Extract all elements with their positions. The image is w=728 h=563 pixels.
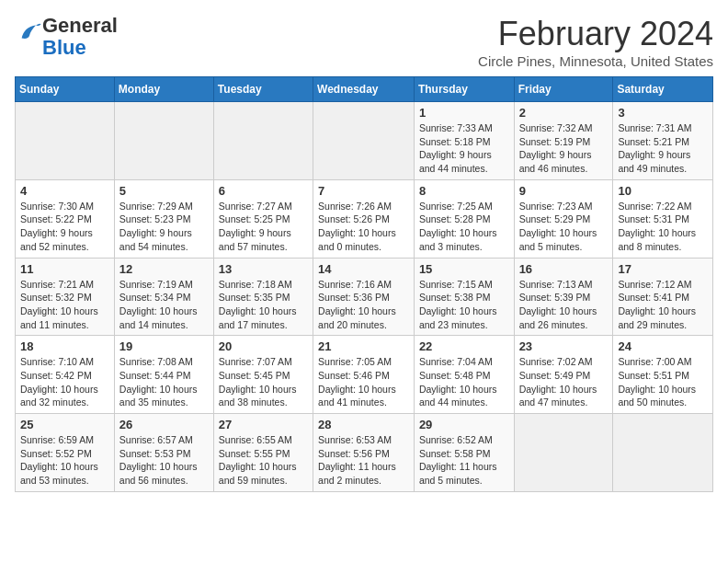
calendar-cell: 27Sunrise: 6:55 AM Sunset: 5:55 PM Dayli…: [213, 414, 313, 492]
day-number: 26: [119, 418, 209, 431]
calendar-cell: 6Sunrise: 7:27 AM Sunset: 5:25 PM Daylig…: [213, 179, 313, 258]
day-number: 2: [519, 106, 609, 120]
calendar-cell: 16Sunrise: 7:13 AM Sunset: 5:39 PM Dayli…: [514, 258, 613, 336]
day-number: 15: [419, 262, 509, 276]
day-info: Sunrise: 7:04 AM Sunset: 5:48 PM Dayligh…: [419, 355, 509, 409]
day-of-week-friday: Friday: [514, 77, 613, 102]
day-info: Sunrise: 7:05 AM Sunset: 5:46 PM Dayligh…: [318, 355, 409, 409]
day-info: Sunrise: 6:55 AM Sunset: 5:55 PM Dayligh…: [219, 433, 308, 488]
day-info: Sunrise: 7:22 AM Sunset: 5:31 PM Dayligh…: [618, 200, 708, 254]
calendar-cell: [313, 102, 415, 180]
calendar-cell: 3Sunrise: 7:31 AM Sunset: 5:21 PM Daylig…: [613, 102, 713, 180]
day-number: 1: [419, 106, 509, 120]
day-of-week-sunday: Sunday: [16, 77, 115, 102]
calendar-cell: 23Sunrise: 7:02 AM Sunset: 5:49 PM Dayli…: [514, 336, 613, 414]
day-info: Sunrise: 7:27 AM Sunset: 5:25 PM Dayligh…: [219, 200, 308, 254]
day-info: Sunrise: 7:13 AM Sunset: 5:39 PM Dayligh…: [519, 278, 609, 332]
day-number: 20: [219, 339, 308, 353]
day-info: Sunrise: 6:59 AM Sunset: 5:52 PM Dayligh…: [20, 433, 109, 488]
week-row-5: 25Sunrise: 6:59 AM Sunset: 5:52 PM Dayli…: [16, 414, 713, 492]
logo-bird-icon: [17, 20, 42, 46]
day-number: 7: [318, 184, 409, 198]
calendar-cell: 10Sunrise: 7:22 AM Sunset: 5:31 PM Dayli…: [613, 179, 713, 258]
calendar-cell: 22Sunrise: 7:04 AM Sunset: 5:48 PM Dayli…: [414, 336, 514, 414]
calendar-cell: 9Sunrise: 7:23 AM Sunset: 5:29 PM Daylig…: [514, 179, 613, 258]
day-info: Sunrise: 7:31 AM Sunset: 5:21 PM Dayligh…: [618, 121, 708, 176]
header: General Blue February 2024 Circle Pines,…: [15, 15, 713, 69]
day-info: Sunrise: 7:21 AM Sunset: 5:32 PM Dayligh…: [20, 278, 109, 332]
day-number: 6: [219, 184, 308, 198]
calendar-cell: 8Sunrise: 7:25 AM Sunset: 5:28 PM Daylig…: [414, 179, 514, 258]
day-info: Sunrise: 7:26 AM Sunset: 5:26 PM Dayligh…: [318, 200, 409, 254]
calendar-cell: 25Sunrise: 6:59 AM Sunset: 5:52 PM Dayli…: [16, 414, 115, 492]
day-info: Sunrise: 7:12 AM Sunset: 5:41 PM Dayligh…: [618, 278, 708, 332]
day-info: Sunrise: 7:19 AM Sunset: 5:34 PM Dayligh…: [119, 278, 209, 332]
calendar-cell: 4Sunrise: 7:30 AM Sunset: 5:22 PM Daylig…: [16, 179, 115, 258]
day-of-week-thursday: Thursday: [414, 77, 514, 102]
day-number: 27: [219, 418, 308, 431]
week-row-3: 11Sunrise: 7:21 AM Sunset: 5:32 PM Dayli…: [16, 258, 713, 336]
calendar-cell: [114, 102, 213, 180]
day-number: 21: [318, 339, 409, 353]
day-number: 8: [419, 184, 509, 198]
calendar-cell: 18Sunrise: 7:10 AM Sunset: 5:42 PM Dayli…: [16, 336, 115, 414]
calendar-cell: 7Sunrise: 7:26 AM Sunset: 5:26 PM Daylig…: [313, 179, 415, 258]
day-of-week-wednesday: Wednesday: [313, 77, 415, 102]
day-number: 9: [519, 184, 609, 198]
day-number: 24: [618, 339, 708, 353]
calendar-cell: [213, 102, 313, 180]
day-info: Sunrise: 7:29 AM Sunset: 5:23 PM Dayligh…: [119, 200, 209, 254]
day-number: 14: [318, 262, 409, 276]
calendar-cell: 5Sunrise: 7:29 AM Sunset: 5:23 PM Daylig…: [114, 179, 213, 258]
day-number: 12: [119, 262, 209, 276]
calendar-cell: 12Sunrise: 7:19 AM Sunset: 5:34 PM Dayli…: [114, 258, 213, 336]
calendar-cell: 2Sunrise: 7:32 AM Sunset: 5:19 PM Daylig…: [514, 102, 613, 180]
day-of-week-tuesday: Tuesday: [213, 77, 313, 102]
calendar-cell: 15Sunrise: 7:15 AM Sunset: 5:38 PM Dayli…: [414, 258, 514, 336]
calendar-cell: [514, 414, 613, 492]
title-area: February 2024 Circle Pines, Minnesota, U…: [478, 15, 713, 69]
day-info: Sunrise: 7:33 AM Sunset: 5:18 PM Dayligh…: [419, 121, 509, 176]
day-info: Sunrise: 7:18 AM Sunset: 5:35 PM Dayligh…: [219, 278, 308, 332]
calendar-cell: [613, 414, 713, 492]
day-info: Sunrise: 7:02 AM Sunset: 5:49 PM Dayligh…: [519, 355, 609, 409]
day-number: 29: [419, 418, 509, 431]
day-info: Sunrise: 7:10 AM Sunset: 5:42 PM Dayligh…: [20, 355, 109, 409]
calendar-cell: 26Sunrise: 6:57 AM Sunset: 5:53 PM Dayli…: [114, 414, 213, 492]
day-of-week-header-row: SundayMondayTuesdayWednesdayThursdayFrid…: [16, 77, 713, 102]
day-of-week-monday: Monday: [114, 77, 213, 102]
calendar-cell: 14Sunrise: 7:16 AM Sunset: 5:36 PM Dayli…: [313, 258, 415, 336]
calendar-cell: 13Sunrise: 7:18 AM Sunset: 5:35 PM Dayli…: [213, 258, 313, 336]
calendar-body: 1Sunrise: 7:33 AM Sunset: 5:18 PM Daylig…: [16, 102, 713, 492]
day-number: 16: [519, 262, 609, 276]
calendar-cell: 17Sunrise: 7:12 AM Sunset: 5:41 PM Dayli…: [613, 258, 713, 336]
day-number: 11: [20, 262, 109, 276]
day-number: 3: [618, 106, 708, 120]
day-number: 4: [20, 184, 109, 198]
day-number: 10: [618, 184, 708, 198]
day-number: 28: [318, 418, 409, 431]
calendar-cell: 19Sunrise: 7:08 AM Sunset: 5:44 PM Dayli…: [114, 336, 213, 414]
calendar-table: SundayMondayTuesdayWednesdayThursdayFrid…: [15, 76, 713, 492]
day-info: Sunrise: 7:07 AM Sunset: 5:45 PM Dayligh…: [219, 355, 308, 409]
calendar-cell: 29Sunrise: 6:52 AM Sunset: 5:58 PM Dayli…: [414, 414, 514, 492]
calendar-cell: 21Sunrise: 7:05 AM Sunset: 5:46 PM Dayli…: [313, 336, 415, 414]
calendar-title: February 2024: [478, 15, 713, 53]
day-number: 25: [20, 418, 109, 431]
day-info: Sunrise: 7:30 AM Sunset: 5:22 PM Dayligh…: [20, 200, 109, 254]
day-number: 19: [119, 339, 209, 353]
day-number: 17: [618, 262, 708, 276]
day-number: 13: [219, 262, 308, 276]
week-row-4: 18Sunrise: 7:10 AM Sunset: 5:42 PM Dayli…: [16, 336, 713, 414]
calendar-cell: 11Sunrise: 7:21 AM Sunset: 5:32 PM Dayli…: [16, 258, 115, 336]
day-number: 22: [419, 339, 509, 353]
day-info: Sunrise: 7:00 AM Sunset: 5:51 PM Dayligh…: [618, 355, 708, 409]
day-info: Sunrise: 7:16 AM Sunset: 5:36 PM Dayligh…: [318, 278, 409, 332]
calendar-cell: [16, 102, 115, 180]
day-info: Sunrise: 7:23 AM Sunset: 5:29 PM Dayligh…: [519, 200, 609, 254]
calendar-cell: 20Sunrise: 7:07 AM Sunset: 5:45 PM Dayli…: [213, 336, 313, 414]
calendar-cell: 24Sunrise: 7:00 AM Sunset: 5:51 PM Dayli…: [613, 336, 713, 414]
week-row-2: 4Sunrise: 7:30 AM Sunset: 5:22 PM Daylig…: [16, 179, 713, 258]
day-info: Sunrise: 6:57 AM Sunset: 5:53 PM Dayligh…: [119, 433, 209, 488]
day-of-week-saturday: Saturday: [613, 77, 713, 102]
